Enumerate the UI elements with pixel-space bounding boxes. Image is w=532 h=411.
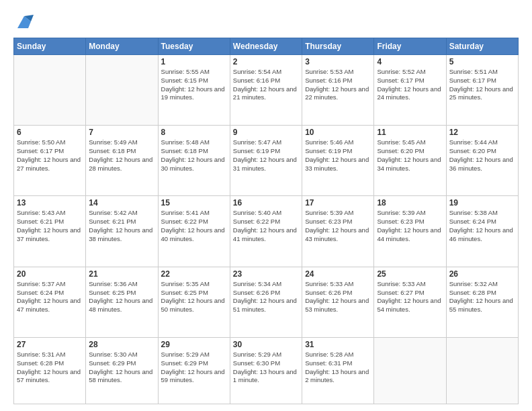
calendar-cell: 10Sunrise: 5:46 AM Sunset: 6:19 PM Dayli… xyxy=(302,126,374,196)
day-info: Sunrise: 5:44 AM Sunset: 6:20 PM Dayligh… xyxy=(449,138,515,173)
calendar-table: SundayMondayTuesdayWednesdayThursdayFrid… xyxy=(13,38,519,404)
day-info: Sunrise: 5:29 AM Sunset: 6:30 PM Dayligh… xyxy=(233,351,299,385)
weekday-header-thursday: Thursday xyxy=(302,38,374,55)
day-info: Sunrise: 5:54 AM Sunset: 6:16 PM Dayligh… xyxy=(233,68,299,102)
calendar-cell: 31Sunrise: 5:28 AM Sunset: 6:31 PM Dayli… xyxy=(302,337,374,404)
calendar-cell: 18Sunrise: 5:39 AM Sunset: 6:23 PM Dayli… xyxy=(374,196,446,267)
calendar-week-row-4: 20Sunrise: 5:37 AM Sunset: 6:24 PM Dayli… xyxy=(14,267,519,337)
day-info: Sunrise: 5:35 AM Sunset: 6:25 PM Dayligh… xyxy=(161,280,227,314)
day-number: 27 xyxy=(17,340,83,349)
day-info: Sunrise: 5:32 AM Sunset: 6:28 PM Dayligh… xyxy=(449,280,515,314)
day-info: Sunrise: 5:29 AM Sunset: 6:29 PM Dayligh… xyxy=(161,351,227,385)
calendar-cell xyxy=(14,55,86,126)
calendar-cell: 11Sunrise: 5:45 AM Sunset: 6:20 PM Dayli… xyxy=(374,126,446,196)
day-info: Sunrise: 5:33 AM Sunset: 6:27 PM Dayligh… xyxy=(377,280,443,314)
calendar-week-row-2: 6Sunrise: 5:50 AM Sunset: 6:17 PM Daylig… xyxy=(14,126,519,196)
day-number: 6 xyxy=(17,128,83,137)
day-info: Sunrise: 5:52 AM Sunset: 6:17 PM Dayligh… xyxy=(377,68,443,102)
day-info: Sunrise: 5:36 AM Sunset: 6:25 PM Dayligh… xyxy=(89,280,154,314)
weekday-header-friday: Friday xyxy=(374,38,446,55)
day-number: 12 xyxy=(449,128,515,137)
day-number: 3 xyxy=(305,57,371,66)
calendar-cell: 13Sunrise: 5:43 AM Sunset: 6:21 PM Dayli… xyxy=(14,196,86,267)
calendar-cell: 3Sunrise: 5:53 AM Sunset: 6:16 PM Daylig… xyxy=(302,55,374,126)
day-number: 14 xyxy=(89,198,154,208)
page-header xyxy=(13,12,519,31)
calendar-cell: 26Sunrise: 5:32 AM Sunset: 6:28 PM Dayli… xyxy=(446,267,518,337)
day-number: 8 xyxy=(161,128,227,137)
day-info: Sunrise: 5:33 AM Sunset: 6:26 PM Dayligh… xyxy=(305,280,371,314)
day-info: Sunrise: 5:37 AM Sunset: 6:24 PM Dayligh… xyxy=(17,280,83,314)
calendar-cell xyxy=(86,55,158,126)
day-number: 4 xyxy=(377,57,443,66)
weekday-header-monday: Monday xyxy=(86,38,158,55)
day-number: 20 xyxy=(17,269,83,279)
day-info: Sunrise: 5:41 AM Sunset: 6:22 PM Dayligh… xyxy=(161,209,227,243)
calendar-cell: 1Sunrise: 5:55 AM Sunset: 6:15 PM Daylig… xyxy=(158,55,230,126)
day-number: 22 xyxy=(161,269,227,279)
day-number: 11 xyxy=(377,128,443,137)
day-number: 13 xyxy=(17,198,83,208)
weekday-header-wednesday: Wednesday xyxy=(230,38,302,55)
day-number: 7 xyxy=(89,128,154,137)
day-info: Sunrise: 5:53 AM Sunset: 6:16 PM Dayligh… xyxy=(305,68,371,102)
calendar-cell: 7Sunrise: 5:49 AM Sunset: 6:18 PM Daylig… xyxy=(86,126,158,196)
day-info: Sunrise: 5:45 AM Sunset: 6:20 PM Dayligh… xyxy=(377,138,443,173)
day-number: 2 xyxy=(233,57,299,66)
weekday-header-row: SundayMondayTuesdayWednesdayThursdayFrid… xyxy=(14,38,519,55)
day-info: Sunrise: 5:51 AM Sunset: 6:17 PM Dayligh… xyxy=(449,68,515,102)
day-info: Sunrise: 5:31 AM Sunset: 6:28 PM Dayligh… xyxy=(17,351,83,385)
weekday-header-tuesday: Tuesday xyxy=(158,38,230,55)
calendar-cell: 8Sunrise: 5:48 AM Sunset: 6:18 PM Daylig… xyxy=(158,126,230,196)
calendar-cell: 27Sunrise: 5:31 AM Sunset: 6:28 PM Dayli… xyxy=(14,337,86,404)
day-info: Sunrise: 5:55 AM Sunset: 6:15 PM Dayligh… xyxy=(161,68,227,102)
calendar-cell: 24Sunrise: 5:33 AM Sunset: 6:26 PM Dayli… xyxy=(302,267,374,337)
day-info: Sunrise: 5:46 AM Sunset: 6:19 PM Dayligh… xyxy=(305,138,371,173)
day-number: 15 xyxy=(161,198,227,208)
calendar-cell: 21Sunrise: 5:36 AM Sunset: 6:25 PM Dayli… xyxy=(86,267,158,337)
day-number: 10 xyxy=(305,128,371,137)
day-number: 31 xyxy=(305,340,371,349)
calendar-cell: 2Sunrise: 5:54 AM Sunset: 6:16 PM Daylig… xyxy=(230,55,302,126)
day-info: Sunrise: 5:38 AM Sunset: 6:24 PM Dayligh… xyxy=(449,209,515,243)
day-info: Sunrise: 5:30 AM Sunset: 6:29 PM Dayligh… xyxy=(89,351,154,385)
day-info: Sunrise: 5:50 AM Sunset: 6:17 PM Dayligh… xyxy=(17,138,83,173)
logo xyxy=(13,12,34,31)
day-number: 24 xyxy=(305,269,371,279)
day-number: 5 xyxy=(449,57,515,66)
day-number: 17 xyxy=(305,198,371,208)
day-number: 18 xyxy=(377,198,443,208)
calendar-cell: 16Sunrise: 5:40 AM Sunset: 6:22 PM Dayli… xyxy=(230,196,302,267)
day-number: 26 xyxy=(449,269,515,279)
calendar-week-row-3: 13Sunrise: 5:43 AM Sunset: 6:21 PM Dayli… xyxy=(14,196,519,267)
day-number: 29 xyxy=(161,340,227,349)
calendar-cell xyxy=(374,337,446,404)
logo-icon xyxy=(15,12,34,31)
day-number: 23 xyxy=(233,269,299,279)
calendar-cell: 15Sunrise: 5:41 AM Sunset: 6:22 PM Dayli… xyxy=(158,196,230,267)
calendar-cell: 5Sunrise: 5:51 AM Sunset: 6:17 PM Daylig… xyxy=(446,55,518,126)
day-info: Sunrise: 5:49 AM Sunset: 6:18 PM Dayligh… xyxy=(89,138,154,173)
day-info: Sunrise: 5:48 AM Sunset: 6:18 PM Dayligh… xyxy=(161,138,227,173)
day-number: 30 xyxy=(233,340,299,349)
day-number: 16 xyxy=(233,198,299,208)
day-number: 25 xyxy=(377,269,443,279)
weekday-header-sunday: Sunday xyxy=(14,38,86,55)
day-info: Sunrise: 5:43 AM Sunset: 6:21 PM Dayligh… xyxy=(17,209,83,243)
day-info: Sunrise: 5:42 AM Sunset: 6:21 PM Dayligh… xyxy=(89,209,154,243)
calendar-cell: 25Sunrise: 5:33 AM Sunset: 6:27 PM Dayli… xyxy=(374,267,446,337)
calendar-cell: 6Sunrise: 5:50 AM Sunset: 6:17 PM Daylig… xyxy=(14,126,86,196)
day-number: 19 xyxy=(449,198,515,208)
day-info: Sunrise: 5:39 AM Sunset: 6:23 PM Dayligh… xyxy=(377,209,443,243)
day-number: 21 xyxy=(89,269,154,279)
calendar-cell: 12Sunrise: 5:44 AM Sunset: 6:20 PM Dayli… xyxy=(446,126,518,196)
calendar-cell: 19Sunrise: 5:38 AM Sunset: 6:24 PM Dayli… xyxy=(446,196,518,267)
calendar-cell xyxy=(446,337,518,404)
calendar-week-row-1: 1Sunrise: 5:55 AM Sunset: 6:15 PM Daylig… xyxy=(14,55,519,126)
calendar-cell: 9Sunrise: 5:47 AM Sunset: 6:19 PM Daylig… xyxy=(230,126,302,196)
day-number: 28 xyxy=(89,340,154,349)
calendar-week-row-5: 27Sunrise: 5:31 AM Sunset: 6:28 PM Dayli… xyxy=(14,337,519,404)
day-info: Sunrise: 5:39 AM Sunset: 6:23 PM Dayligh… xyxy=(305,209,371,243)
calendar-cell: 23Sunrise: 5:34 AM Sunset: 6:26 PM Dayli… xyxy=(230,267,302,337)
calendar-cell: 28Sunrise: 5:30 AM Sunset: 6:29 PM Dayli… xyxy=(86,337,158,404)
